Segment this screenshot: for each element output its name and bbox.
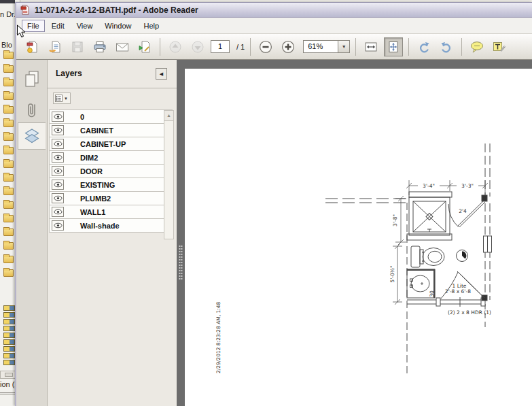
menu-window[interactable]: Window [99, 20, 137, 32]
cad-file-icon[interactable] [3, 312, 15, 318]
background-label-mid: Blo [1, 41, 12, 49]
zoom-dropdown-button[interactable]: ▼ [338, 40, 350, 53]
layer-options-button[interactable]: ▼ [53, 92, 71, 104]
layer-label: EXISTING [80, 181, 115, 189]
folder-icon[interactable] [3, 269, 14, 277]
fit-width-button[interactable] [361, 37, 380, 56]
print-button[interactable] [90, 37, 109, 56]
toolbar: 1 / 1 6 [16, 34, 532, 60]
folder-icon[interactable] [3, 52, 14, 59]
menu-bar: File Edit View Window Help [16, 18, 532, 34]
folder-icon[interactable] [3, 229, 14, 236]
folder-icon[interactable] [3, 92, 14, 100]
splitter-grip[interactable] [179, 245, 183, 280]
panel-splitter[interactable] [177, 60, 185, 406]
folder-icon[interactable] [3, 160, 14, 168]
layers-list: 0 CABINET CABINET-UP DIM2 [49, 110, 175, 233]
toolbar-separator [408, 38, 409, 56]
layer-row[interactable]: WALL1 [49, 205, 173, 219]
layer-row[interactable]: CABINET-UP [49, 137, 173, 151]
folder-icon[interactable] [3, 120, 14, 127]
eye-icon [54, 222, 63, 229]
folder-icon[interactable] [3, 174, 14, 182]
layer-label: DIM2 [80, 154, 98, 162]
layer-visibility-toggle[interactable] [52, 207, 64, 217]
layer-row[interactable]: 0 [49, 109, 173, 124]
cad-file-icon[interactable] [3, 353, 15, 358]
layer-visibility-toggle[interactable] [52, 112, 64, 122]
pages-panel-button[interactable] [18, 65, 46, 92]
text-edit-icon [492, 40, 507, 54]
layer-visibility-toggle[interactable] [52, 125, 64, 135]
layer-visibility-toggle[interactable] [52, 139, 64, 149]
layer-row[interactable]: DIM2 [49, 150, 173, 165]
header-note: (2) 2 x 8 HDR (1) [448, 309, 491, 316]
screen: n Dr. Blo ion (2 11-071A-2-24-12-BATH.pd… [0, 0, 532, 406]
document-pane: 3'-4" 3'-3" 3'-8" 5'-0½" 2'4 1 Lite 2'-8… [185, 60, 532, 406]
file-column [0, 305, 15, 365]
cad-file-icon[interactable] [3, 339, 15, 345]
collapse-panel-button[interactable]: ◀ [156, 68, 167, 80]
page-number-input[interactable]: 1 [211, 40, 230, 53]
layer-visibility-toggle[interactable] [52, 193, 64, 203]
zoom-level-input[interactable]: 61% [303, 40, 338, 53]
cad-file-icon[interactable] [3, 346, 15, 352]
folder-icon[interactable] [3, 65, 14, 73]
background-scrollbar[interactable] [0, 371, 16, 379]
folder-icon[interactable] [3, 133, 14, 141]
folder-icon[interactable] [3, 188, 14, 195]
cad-file-icon[interactable] [3, 326, 15, 331]
comment-button[interactable] [467, 37, 486, 56]
cad-file-icon[interactable] [3, 305, 15, 311]
layer-row[interactable]: EXISTING [49, 177, 173, 192]
folder-icon[interactable] [3, 106, 14, 114]
layers-panel-button[interactable] [18, 122, 46, 150]
email-button[interactable] [113, 37, 132, 56]
cad-file-icon[interactable] [3, 333, 15, 338]
menu-view[interactable]: View [71, 20, 99, 32]
create-pdf-button[interactable] [23, 37, 42, 56]
eye-icon [54, 195, 63, 201]
menu-edit[interactable]: Edit [46, 20, 70, 32]
rotate-clockwise-button[interactable] [414, 37, 433, 56]
next-page-button[interactable] [188, 37, 207, 56]
menu-help[interactable]: Help [138, 20, 164, 32]
previous-page-button[interactable] [166, 37, 185, 56]
eye-icon [54, 209, 63, 215]
print-icon [92, 40, 107, 54]
eye-icon [54, 182, 63, 188]
zoom-in-button[interactable] [279, 37, 298, 56]
layer-visibility-toggle[interactable] [52, 152, 64, 163]
layer-row[interactable]: PLUMB2 [49, 191, 173, 205]
title-bar[interactable]: 11-071A-2-24-12-BATH.pdf - Adobe Reader [16, 3, 532, 18]
scroll-up-button[interactable]: ▲ [164, 111, 173, 121]
sign-button[interactable] [135, 37, 154, 56]
layer-row[interactable]: CABINET [49, 123, 173, 137]
fit-page-button[interactable] [384, 37, 403, 56]
background-scrollbar-thumb[interactable] [5, 373, 13, 377]
folder-icon[interactable] [3, 242, 14, 250]
layer-row[interactable]: DOOR [49, 164, 173, 178]
layer-row[interactable]: Wall-shade [49, 218, 173, 233]
folder-icon[interactable] [3, 79, 14, 86]
text-edit-button[interactable] [490, 37, 509, 56]
cad-file-icon[interactable] [3, 319, 15, 324]
zoom-out-button[interactable] [256, 37, 275, 56]
eye-icon [54, 154, 63, 160]
folder-icon[interactable] [3, 256, 14, 263]
save-button[interactable] [68, 37, 87, 56]
layer-visibility-toggle[interactable] [52, 166, 64, 176]
layer-visibility-toggle[interactable] [52, 220, 64, 231]
attachments-panel-button[interactable] [18, 97, 46, 124]
cad-file-icon[interactable] [3, 360, 15, 365]
layer-label: 0 [80, 113, 84, 121]
folder-icon[interactable] [3, 147, 14, 154]
options-caret-icon: ▼ [64, 97, 68, 101]
layers-scrollbar[interactable]: ▲ [164, 110, 174, 239]
save-icon [71, 40, 84, 54]
folder-icon[interactable] [3, 215, 14, 222]
folder-icon[interactable] [3, 201, 14, 209]
layer-visibility-toggle[interactable] [52, 180, 64, 190]
rotate-counterclockwise-button[interactable] [437, 37, 456, 56]
export-document-button[interactable] [46, 37, 65, 56]
